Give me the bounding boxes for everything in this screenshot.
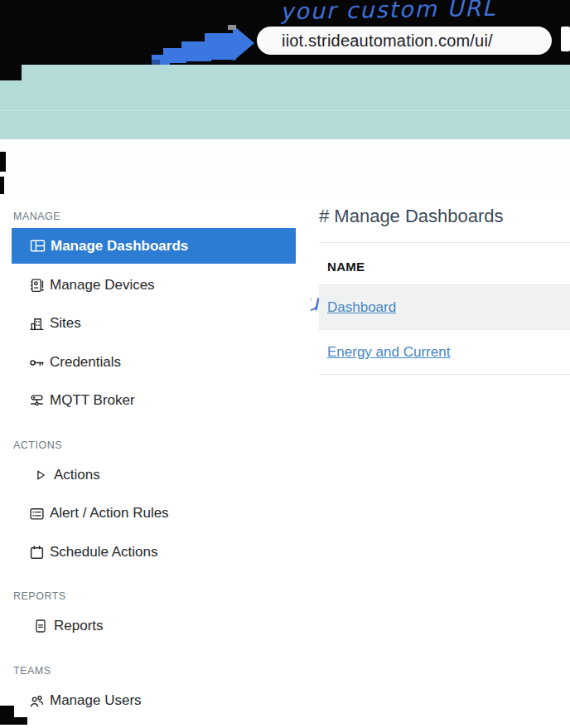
table-row[interactable]: Dashboard	[319, 284, 570, 329]
sidebar-item-reports[interactable]: Reports	[12, 613, 104, 639]
sidebar-item-manage-users[interactable]: Manage Users	[12, 687, 142, 714]
sidebar-item-label: Schedule Actions	[50, 544, 157, 561]
sidebar-item-credentials[interactable]: Credentials	[12, 349, 121, 376]
cropped-edge	[0, 152, 6, 172]
sidebar-item-label: Sites	[50, 315, 81, 332]
report-document-icon	[32, 618, 49, 634]
section-label-reports: REPORTS	[13, 590, 66, 602]
sidebar-item-manage-dashboards[interactable]: Manage Dashboards	[12, 228, 296, 264]
annotation-banner: your custom URL iiot.strideautomation.co…	[0, 0, 570, 65]
sidebar-item-label: Actions	[54, 467, 100, 483]
sidebar-item-label: MQTT Broker	[50, 392, 135, 409]
sidebar-item-actions[interactable]: Actions	[12, 462, 100, 488]
sidebar-item-schedule-actions[interactable]: Schedule Actions	[12, 539, 157, 565]
custom-url-pill: iiot.strideautomation.com/ui/	[257, 27, 552, 55]
sidebar-item-label: Credentials	[50, 354, 121, 371]
cropped-edge	[0, 177, 4, 194]
cropped-corner	[0, 717, 27, 725]
app-header: STRIDE AUTOMATION Add your Own Logo	[0, 139, 570, 199]
device-book-icon	[28, 277, 45, 294]
cropped-element	[561, 27, 570, 51]
play-icon	[32, 467, 49, 483]
main-content: # Manage Dashboards NAME Dashboard Energ…	[319, 199, 570, 728]
key-icon	[28, 354, 45, 371]
pixel-arrow-icon	[152, 23, 255, 65]
sidebar-item-alert-action-rules[interactable]: Alert / Action Rules	[12, 500, 169, 527]
sidebar-nav: MANAGE Manage Dashboards Manage Devices	[0, 199, 311, 728]
dashboard-link[interactable]: Dashboard	[327, 299, 396, 316]
bookmarks-bar	[0, 110, 570, 139]
table-column-name: NAME	[327, 260, 365, 274]
page-title: # Manage Dashboards	[319, 206, 504, 227]
sidebar-item-manage-devices[interactable]: Manage Devices	[12, 272, 155, 298]
building-icon	[28, 315, 45, 332]
table-row[interactable]: Energy and Current	[319, 329, 570, 375]
sidebar-item-mqtt-broker[interactable]: MQTT Broker	[12, 387, 135, 414]
custom-url-annotation: your custom URL	[280, 0, 496, 24]
sidebar-item-label: Manage Users	[50, 692, 142, 709]
divider	[319, 242, 570, 243]
screenshot-root: your custom URL iiot.strideautomation.co…	[0, 0, 570, 728]
section-label-manage: MANAGE	[13, 211, 60, 222]
section-label-actions: ACTIONS	[13, 439, 62, 451]
dashboard-link[interactable]: Energy and Current	[327, 344, 450, 361]
sidebar-item-label: Alert / Action Rules	[50, 505, 169, 522]
sidebar-item-sites[interactable]: Sites	[12, 310, 81, 337]
browser-toolbar: iiot.strideautomation.com/ui/workspaces/…	[0, 65, 570, 110]
section-label-teams: TEAMS	[13, 665, 51, 677]
dashboard-icon	[29, 238, 46, 255]
banner-overlap	[0, 65, 22, 80]
calendar-icon	[28, 544, 45, 561]
sidebar-item-label: Manage Dashboards	[51, 238, 188, 255]
sidebar-item-label: Manage Devices	[50, 277, 155, 294]
users-icon	[28, 692, 45, 709]
rules-list-icon	[28, 505, 45, 522]
sidebar-item-label: Reports	[54, 618, 104, 634]
network-broker-icon	[28, 392, 45, 409]
